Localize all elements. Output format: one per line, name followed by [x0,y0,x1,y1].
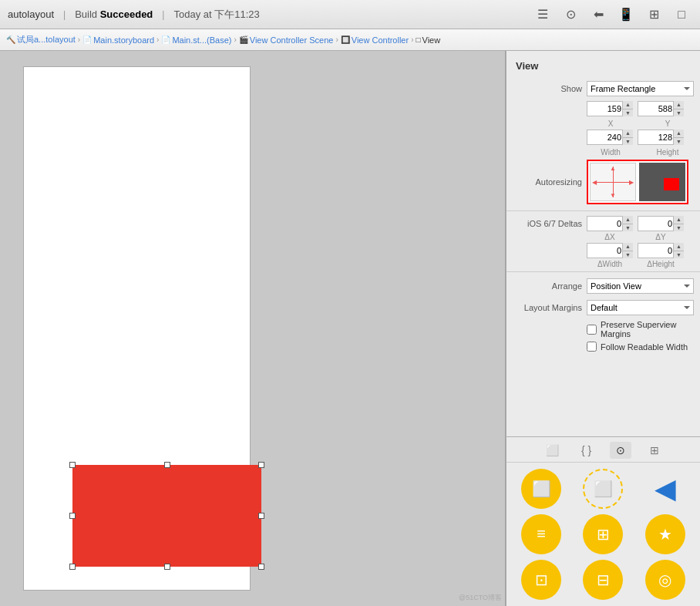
app-name: autolayout [8,8,54,20]
dh-stepper: ▲ ▼ [638,243,684,258]
handle-bl[interactable] [69,564,76,570]
handle-bm[interactable] [164,564,170,570]
lib-item-map[interactable]: ◎ [637,559,694,600]
lib-item-toolbar[interactable]: ★ [637,514,694,555]
dx-down-btn[interactable]: ▼ [622,224,633,232]
back-icon[interactable]: ⬅ [587,4,609,25]
dy-stepper: ▲ ▼ [638,216,684,231]
canvas-panel[interactable]: @51CTO博客 [0,51,506,606]
view-icon: □ [416,35,420,44]
lib-item-table[interactable]: ≡ [513,514,570,555]
ar-arrow-right: ▶ [629,179,634,186]
lib-item-view[interactable]: ⬜ [513,469,570,510]
margins-label: Layout Margins [513,303,582,312]
dw-down-btn[interactable]: ▼ [622,251,633,259]
breadcrumb-item-scene[interactable]: 🎬 View Controller Scene [239,35,334,45]
handle-mr[interactable] [258,513,264,519]
x-up-btn[interactable]: ▲ [622,101,633,109]
lib-item-collection[interactable]: ⊞ [574,514,631,555]
dw-up-btn[interactable]: ▲ [622,243,633,251]
lib-item-pager[interactable]: ⊟ [574,559,631,600]
lib-tab-file[interactable]: ⬜ [542,442,564,459]
breadcrumb: 🔨 试局a...tolayout › 📄 Main.storyboard › 📄… [0,29,700,51]
expand-icon[interactable]: □ [671,4,692,25]
delta-wh-row: ▲ ▼ ▲ ▼ [506,241,700,260]
red-view[interactable] [72,465,261,567]
handle-ml[interactable] [69,513,76,519]
app-icon: 🔨 [6,35,15,44]
lib-item-frame[interactable]: ⊡ [513,559,570,600]
arrange-label: Arrange [513,281,582,291]
w-up-btn[interactable]: ▲ [622,130,633,138]
wh-input-row: ▲ ▼ ▲ ▼ [506,128,700,146]
handle-tl[interactable] [69,462,76,468]
delta-width-label: ΔWidth [587,260,633,268]
dh-down-btn[interactable]: ▼ [673,251,684,259]
lib-item-back[interactable]: ◀ [637,469,694,510]
align-icon[interactable]: ☰ [532,4,554,25]
show-dropdown[interactable]: Frame Rectangle [587,81,694,96]
divider-1 [506,210,700,211]
lib-item-view-outline[interactable]: ⬜ [574,469,631,510]
height-label: Height [657,148,679,157]
divider-2 [506,271,700,272]
library-panel: ⬜ { } ⊙ ⊞ ⬜ ⬜ ◀ ≡ [506,436,700,606]
readable-checkbox[interactable] [587,342,597,352]
dy-down-btn[interactable]: ▼ [673,224,684,232]
x-axis-label: X [608,120,614,128]
lib-tab-media[interactable]: ⊞ [644,442,665,459]
build-label: Build [75,8,100,20]
separator-1: | [63,9,66,20]
breadcrumb-base-label: Main.st...(Base) [172,35,231,45]
ar-arrow-left: ◀ [592,179,597,186]
breadcrumb-item-view[interactable]: □ View [416,35,440,45]
share-icon[interactable]: ⊙ [560,4,581,25]
x-axis-col: X [584,120,637,128]
arrange-row: Arrange Position View [506,275,700,297]
breadcrumb-item-app[interactable]: 🔨 试局a...tolayout [6,34,76,45]
ar-arrow-top: ▲ [610,165,616,172]
arrange-dropdown[interactable]: Position View [587,278,694,294]
width-label: Width [601,148,621,157]
dx-up-btn[interactable]: ▲ [622,216,633,224]
handle-tr[interactable] [258,462,264,468]
delta-inputs: ▲ ▼ ▲ ▼ [587,216,684,231]
y-axis-col: Y [641,120,694,128]
toolbar-right: ☰ ⊙ ⬅ 📱 ⊞ □ [532,4,692,25]
height-col: Height [641,148,694,157]
autoresizing-widget[interactable]: ▲ ▼ ◀ ▶ [587,160,688,204]
margins-dropdown[interactable]: Default [587,300,694,315]
y-up-btn[interactable]: ▲ [673,101,684,109]
dh-up-btn[interactable]: ▲ [673,243,684,251]
xy-input-row: ▲ ▼ ▲ ▼ [506,99,700,118]
x-down-btn[interactable]: ▼ [622,109,633,117]
h-stepper: ▲ ▼ [638,130,684,145]
delta-height-label: ΔHeight [638,260,684,268]
h-up-btn[interactable]: ▲ [673,130,684,138]
library-grid: ⬜ ⬜ ◀ ≡ ⊞ ★ ⊡ [506,463,700,606]
breadcrumb-item-vc[interactable]: 🔲 View Controller [341,35,409,45]
sidebar-icon[interactable]: ⊞ [643,4,665,25]
build-status: Build Succeeded [75,8,153,20]
dx-stepper: ▲ ▼ [587,216,633,231]
y-down-btn[interactable]: ▼ [673,109,684,117]
preserve-checkbox[interactable] [587,325,597,335]
dy-up-btn[interactable]: ▲ [673,216,684,224]
preserve-label: Preserve Superview Margins [601,320,694,338]
lib-tab-object[interactable]: ⊙ [610,442,631,459]
breadcrumb-scene-label: View Controller Scene [250,35,334,45]
breadcrumb-item-storyboard[interactable]: 📄 Main.storyboard [82,35,154,45]
device-icon[interactable]: 📱 [615,4,637,25]
w-down-btn[interactable]: ▼ [622,138,633,146]
build-value-text: Succeeded [100,8,153,20]
handle-br[interactable] [258,564,264,570]
autoresizing-row: Autoresizing ▲ ▼ ◀ ▶ [506,157,700,207]
storyboard-frame [23,66,251,591]
h-arrows: ▲ ▼ [673,130,684,145]
lib-tab-code[interactable]: { } [576,442,597,459]
breadcrumb-item-base[interactable]: 📄 Main.st...(Base) [161,35,231,45]
storyboard-icon: 📄 [82,35,92,44]
handle-tm[interactable] [164,462,170,468]
h-down-btn[interactable]: ▼ [673,138,684,146]
show-label: Show [513,84,582,93]
